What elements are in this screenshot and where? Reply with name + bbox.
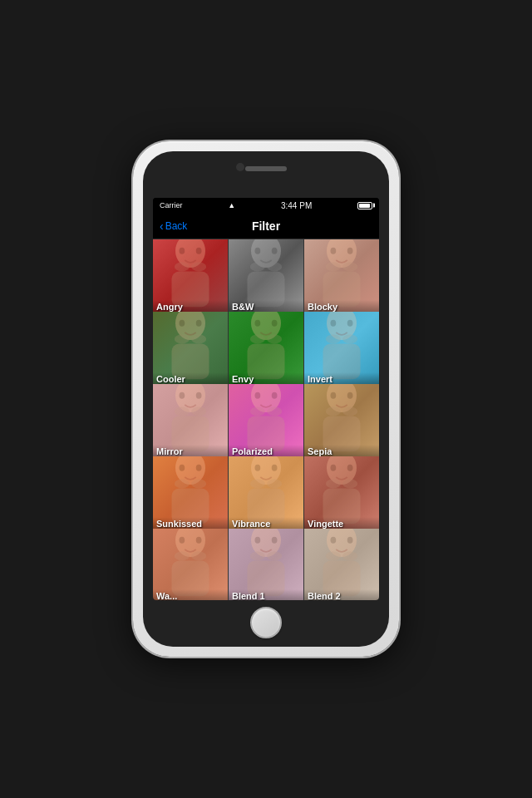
camera <box>236 163 244 171</box>
svg-point-8 <box>255 248 261 254</box>
svg-point-68 <box>331 465 337 471</box>
filter-item-envy[interactable]: Envy <box>229 312 303 387</box>
svg-point-27 <box>272 320 278 327</box>
svg-point-39 <box>196 392 202 399</box>
filter-item-cooler[interactable]: Cooler <box>153 312 228 387</box>
phone-frame: Carrier ▲ 3:44 PM ‹ Back Filter <box>133 141 399 657</box>
svg-point-20 <box>180 320 185 327</box>
svg-point-75 <box>196 537 202 544</box>
page-title: Filter <box>252 219 280 233</box>
svg-point-65 <box>267 479 282 488</box>
battery-area <box>357 202 372 209</box>
svg-point-70 <box>326 479 341 488</box>
svg-point-46 <box>250 406 265 416</box>
filter-item-invert[interactable]: Invert <box>304 312 379 387</box>
svg-point-21 <box>196 320 202 327</box>
svg-point-15 <box>347 248 353 254</box>
svg-point-10 <box>250 262 265 271</box>
svg-point-23 <box>191 334 206 343</box>
svg-point-16 <box>326 262 341 271</box>
svg-point-28 <box>250 334 265 343</box>
svg-point-33 <box>347 320 353 327</box>
filter-label-warm: Wa... <box>153 589 228 600</box>
status-bar: Carrier ▲ 3:44 PM <box>153 198 379 213</box>
svg-point-29 <box>267 334 282 343</box>
svg-point-4 <box>175 262 190 271</box>
svg-point-44 <box>255 392 261 399</box>
svg-point-69 <box>347 465 353 471</box>
svg-point-11 <box>267 262 282 271</box>
battery-icon <box>357 202 372 209</box>
svg-point-32 <box>331 320 337 327</box>
nav-bar: ‹ Back Filter <box>153 213 379 239</box>
svg-point-62 <box>255 465 261 471</box>
svg-point-5 <box>191 262 206 271</box>
filter-label-blend1: Blend 1 <box>229 589 303 600</box>
filter-item-mirror[interactable]: Mirror <box>153 384 228 459</box>
svg-point-9 <box>272 248 278 254</box>
svg-point-59 <box>191 479 206 488</box>
svg-point-26 <box>255 320 261 327</box>
svg-point-80 <box>255 537 261 544</box>
svg-point-52 <box>326 406 341 416</box>
svg-point-40 <box>175 406 190 416</box>
filter-item-angry[interactable]: Angry <box>153 239 228 314</box>
filter-item-blend1[interactable]: Blend 1 <box>229 529 303 600</box>
svg-point-63 <box>272 465 278 471</box>
back-label: Back <box>165 220 188 232</box>
screen: Carrier ▲ 3:44 PM ‹ Back Filter <box>153 198 379 600</box>
filter-item-sepia[interactable]: Sepia <box>304 384 379 459</box>
time-label: 3:44 PM <box>281 201 312 210</box>
svg-point-64 <box>250 479 265 488</box>
battery-fill <box>359 204 370 208</box>
svg-point-89 <box>342 551 357 560</box>
filter-item-blend2[interactable]: Blend 2 <box>304 529 379 600</box>
svg-point-45 <box>272 392 278 399</box>
svg-point-38 <box>180 392 185 399</box>
svg-point-50 <box>331 392 337 399</box>
svg-point-14 <box>331 248 337 254</box>
filter-item-polarized[interactable]: Polarized <box>229 384 303 459</box>
svg-point-76 <box>175 551 190 560</box>
svg-point-58 <box>175 479 190 488</box>
svg-point-88 <box>326 551 341 560</box>
svg-point-53 <box>342 406 357 416</box>
filter-grid: Angry B&W Blocky <box>153 239 379 600</box>
svg-point-17 <box>342 262 357 271</box>
svg-point-71 <box>342 479 357 488</box>
svg-point-74 <box>180 537 185 544</box>
back-chevron-icon: ‹ <box>160 219 164 233</box>
svg-point-2 <box>180 248 185 254</box>
svg-point-82 <box>250 551 265 560</box>
carrier-label: Carrier <box>160 201 183 209</box>
filter-item-blocky[interactable]: Blocky <box>304 239 379 314</box>
svg-point-41 <box>191 406 206 416</box>
svg-point-35 <box>342 334 357 343</box>
svg-point-34 <box>326 334 341 343</box>
svg-point-87 <box>347 537 353 544</box>
back-button[interactable]: ‹ Back <box>160 219 187 233</box>
svg-point-47 <box>267 406 282 416</box>
svg-point-77 <box>191 551 206 560</box>
svg-point-81 <box>272 537 278 544</box>
filter-item-bw[interactable]: B&W <box>229 239 303 314</box>
svg-point-83 <box>267 551 282 560</box>
svg-point-56 <box>180 465 185 471</box>
svg-point-51 <box>347 392 353 399</box>
filter-item-warm[interactable]: Wa... <box>153 529 228 600</box>
filter-item-sunkissed[interactable]: Sunkissed <box>153 456 228 531</box>
svg-point-3 <box>196 248 202 254</box>
svg-point-86 <box>331 537 337 544</box>
svg-point-22 <box>175 334 190 343</box>
phone-body: Carrier ▲ 3:44 PM ‹ Back Filter <box>143 151 389 647</box>
svg-point-57 <box>196 465 202 471</box>
filter-item-vingette[interactable]: Vingette <box>304 456 379 531</box>
home-button[interactable] <box>250 607 282 638</box>
speaker <box>245 166 287 171</box>
filter-label-blend2: Blend 2 <box>304 589 379 600</box>
wifi-icon: ▲ <box>228 201 235 209</box>
filter-item-vibrance[interactable]: Vibrance <box>229 456 303 531</box>
